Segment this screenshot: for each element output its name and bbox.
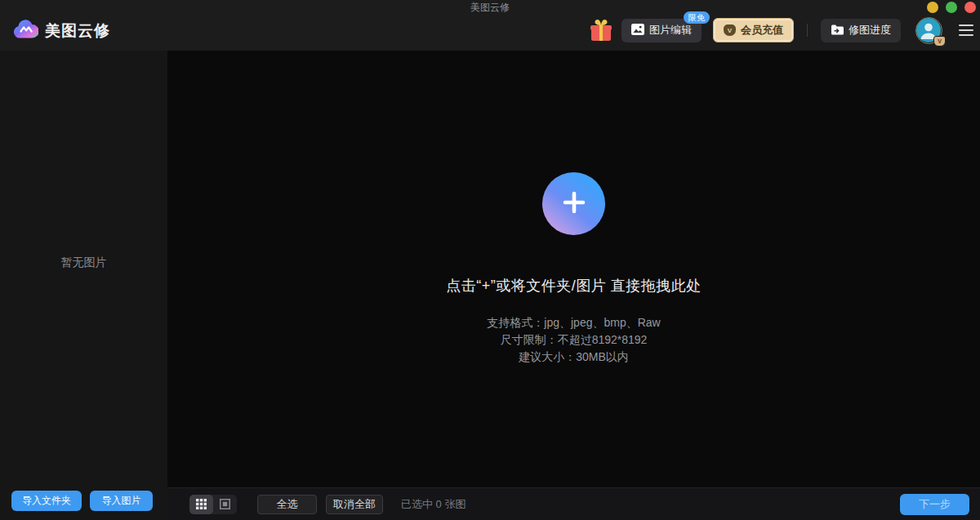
avatar-vip-badge: V: [933, 36, 946, 47]
grid-view-icon[interactable]: [189, 495, 213, 514]
drop-zone-info: 支持格式：jpg、jpeg、bmp、Raw 尺寸限制：不超过8192*8192 …: [487, 314, 660, 366]
add-photos-button[interactable]: [542, 172, 605, 235]
view-mode-toggle: [189, 495, 237, 514]
header-divider: [807, 24, 808, 37]
gift-icon[interactable]: [590, 18, 612, 42]
single-view-icon[interactable]: [213, 495, 237, 514]
drop-zone[interactable]: 点击“+”或将文件夹/图片 直接拖拽此处 支持格式：jpg、jpeg、bmp、R…: [167, 51, 980, 487]
header-bar: 美图云修 美图云修: [0, 0, 980, 51]
deselect-all-button[interactable]: 取消全部: [326, 495, 383, 514]
image-edit-label: 图片编辑: [649, 23, 692, 38]
image-icon: [631, 24, 644, 38]
drop-zone-headline: 点击“+”或将文件夹/图片 直接拖拽此处: [446, 276, 702, 296]
photo-list-sidebar: 暂无图片 导入文件夹 导入图片: [0, 51, 167, 520]
vip-v-icon: V: [724, 24, 736, 36]
header-actions: 图片编辑 限免 V 会员充值 修图进度: [590, 11, 973, 49]
import-image-button[interactable]: 导入图片: [90, 491, 153, 511]
sidebar-empty-text: 暂无图片: [0, 256, 167, 270]
vip-recharge-label: 会员充值: [741, 23, 783, 38]
recommended-size-text: 建议大小：30MB以内: [487, 349, 660, 366]
size-limit-text: 尺寸限制：不超过8192*8192: [487, 331, 660, 349]
plus-icon: [559, 188, 589, 220]
supported-formats-text: 支持格式：jpg、jpeg、bmp、Raw: [487, 314, 660, 331]
app-logo: 美图云修: [13, 18, 110, 43]
select-all-button[interactable]: 全选: [257, 495, 317, 514]
free-badge: 限免: [684, 11, 710, 24]
retouch-progress-button[interactable]: 修图进度: [821, 19, 901, 42]
next-step-button[interactable]: 下一步: [900, 494, 969, 515]
selected-count-text: 已选中 0 张图: [401, 497, 466, 512]
image-edit-button[interactable]: 图片编辑 限免: [621, 19, 702, 42]
logo-text: 美图云修: [45, 20, 110, 42]
vip-recharge-button[interactable]: V 会员充值: [713, 18, 794, 42]
bottom-toolbar: 全选 取消全部 已选中 0 张图 下一步: [167, 487, 980, 520]
menu-icon[interactable]: [959, 21, 973, 39]
logo-cloud-icon: [13, 18, 38, 43]
import-folder-button[interactable]: 导入文件夹: [11, 491, 82, 511]
folder-export-icon: [831, 24, 844, 38]
user-avatar[interactable]: V: [915, 17, 942, 44]
retouch-progress-label: 修图进度: [849, 23, 891, 38]
